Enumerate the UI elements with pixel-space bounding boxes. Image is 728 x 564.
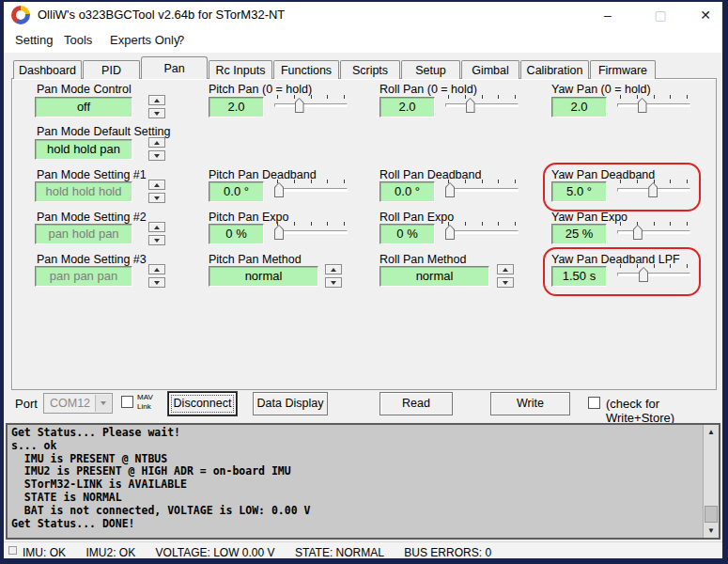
spin-down-icon[interactable] bbox=[148, 150, 165, 161]
minimize-button[interactable]: – bbox=[586, 2, 629, 28]
pan-mode-default-label: Pan Mode Default Setting bbox=[37, 125, 170, 138]
roll-pan-method-spinner[interactable] bbox=[497, 264, 514, 290]
yaw-pan-deadband-slider[interactable] bbox=[617, 180, 690, 200]
status-checkbox[interactable] bbox=[8, 546, 17, 555]
spin-up-icon[interactable] bbox=[497, 264, 514, 274]
pan-mode-default-spinner[interactable] bbox=[148, 137, 165, 164]
roll-pan-deadband-slider[interactable] bbox=[445, 180, 519, 200]
pan-mode-default-combo[interactable]: hold hold pan bbox=[35, 139, 132, 160]
pan-mode-control-combo[interactable]: off bbox=[35, 97, 132, 118]
spin-up-icon[interactable] bbox=[148, 222, 165, 232]
pitch-pan-method-combo[interactable]: normal bbox=[209, 266, 318, 287]
tab-calibration[interactable]: Calibration bbox=[520, 60, 589, 79]
spin-up-icon[interactable] bbox=[148, 264, 165, 274]
tab-dashboard[interactable]: Dashboard bbox=[13, 60, 82, 79]
close-button[interactable]: ✕ bbox=[684, 2, 727, 28]
pan-mode-setting1-spinner[interactable] bbox=[148, 180, 165, 206]
spin-down-icon[interactable] bbox=[148, 277, 165, 288]
tab-firmware[interactable]: Firmware bbox=[590, 60, 656, 79]
yaw-pan-expo-label: Yaw Pan Expo bbox=[551, 211, 627, 224]
roll-pan-expo-slider[interactable] bbox=[445, 222, 519, 243]
roll-pan-expo-field[interactable]: 0 % bbox=[379, 224, 435, 244]
window-title: OlliW's o323BGCTool v2.64b for STorM32-N… bbox=[38, 8, 285, 22]
slider-thumb[interactable] bbox=[445, 182, 455, 197]
tab-pan[interactable]: Pan bbox=[141, 56, 208, 79]
slider-thumb[interactable] bbox=[274, 225, 284, 240]
scrollbar-thumb[interactable] bbox=[705, 506, 718, 523]
roll-pan-deadband-field[interactable]: 0.0 ° bbox=[379, 181, 435, 202]
yaw-pan-slider[interactable] bbox=[617, 95, 690, 116]
pitch-pan-expo-slider[interactable] bbox=[274, 222, 348, 243]
scroll-up-icon[interactable]: ▲ bbox=[704, 425, 719, 439]
pan-mode-control-spinner[interactable] bbox=[148, 95, 165, 121]
pan-mode-setting3-label: Pan Mode Setting #3 bbox=[37, 253, 147, 266]
tab-pid[interactable]: PID bbox=[83, 60, 140, 79]
pitch-pan-expo-field[interactable]: 0 % bbox=[209, 224, 264, 244]
maximize-button[interactable]: ▢ bbox=[639, 2, 682, 28]
pan-mode-setting3-spinner[interactable] bbox=[148, 264, 165, 290]
slider-thumb[interactable] bbox=[295, 98, 304, 113]
tab-gimbal[interactable]: Gimbal bbox=[461, 60, 519, 79]
menu-experts-only[interactable]: Experts Only bbox=[110, 33, 179, 47]
spin-up-icon[interactable] bbox=[148, 180, 165, 190]
pan-mode-setting2-spinner[interactable] bbox=[148, 222, 165, 248]
mav-link-checkbox[interactable] bbox=[121, 396, 133, 408]
mav-link-label-line1: MAV bbox=[137, 393, 153, 401]
status-voltage: VOLTAGE: LOW 0.00 V bbox=[156, 546, 275, 559]
yaw-pan-expo-field[interactable]: 25 % bbox=[551, 224, 607, 244]
tab-setup[interactable]: Setup bbox=[401, 60, 460, 79]
pitch-pan-method-spinner[interactable] bbox=[325, 264, 342, 290]
pitch-pan-field[interactable]: 2.0 bbox=[209, 97, 264, 118]
yaw-pan-lpf-slider[interactable] bbox=[617, 264, 690, 285]
pitch-pan-slider[interactable] bbox=[274, 95, 348, 116]
port-label: Port bbox=[15, 397, 38, 411]
pan-mode-setting2-combo[interactable]: pan hold pan bbox=[35, 224, 132, 244]
yaw-pan-lpf-field[interactable]: 1.50 s bbox=[551, 266, 607, 287]
menu-setting[interactable]: Setting bbox=[15, 33, 53, 47]
spin-down-icon[interactable] bbox=[148, 235, 165, 245]
spin-up-icon[interactable] bbox=[325, 264, 342, 274]
pan-mode-setting3-combo[interactable]: pan pan pan bbox=[35, 266, 132, 287]
port-combo[interactable]: COM12 bbox=[43, 393, 113, 414]
data-display-button[interactable]: Data Display bbox=[253, 392, 328, 415]
slider-thumb[interactable] bbox=[633, 225, 643, 240]
pitch-pan-deadband-slider[interactable] bbox=[274, 180, 348, 200]
yaw-pan-field[interactable]: 2.0 bbox=[551, 97, 607, 118]
read-button[interactable]: Read bbox=[379, 392, 453, 415]
spin-up-icon[interactable] bbox=[148, 137, 165, 148]
spin-up-icon[interactable] bbox=[148, 95, 165, 105]
slider-thumb[interactable] bbox=[639, 267, 648, 282]
slider-thumb[interactable] bbox=[445, 225, 455, 240]
roll-pan-field[interactable]: 2.0 bbox=[379, 97, 435, 118]
spin-down-icon[interactable] bbox=[148, 193, 165, 203]
menu-help[interactable]: ? bbox=[178, 33, 184, 47]
pitch-pan-label: Pitch Pan (0 = hold) bbox=[209, 83, 312, 96]
roll-pan-method-combo[interactable]: normal bbox=[379, 266, 489, 287]
tab-scripts[interactable]: Scripts bbox=[340, 60, 400, 79]
yaw-pan-deadband-field[interactable]: 5.0 ° bbox=[551, 181, 607, 202]
menu-tools[interactable]: Tools bbox=[64, 33, 92, 47]
port-value: COM12 bbox=[50, 397, 90, 410]
roll-pan-label: Roll Pan (0 = hold) bbox=[379, 83, 477, 96]
tab-rc-inputs[interactable]: Rc Inputs bbox=[209, 60, 272, 79]
write-store-checkbox[interactable] bbox=[588, 397, 600, 409]
slider-thumb[interactable] bbox=[274, 182, 284, 197]
dropdown-arrow-icon[interactable] bbox=[95, 395, 111, 412]
console-scrollbar[interactable]: ▲ ▼ bbox=[703, 425, 719, 538]
pan-mode-setting1-combo[interactable]: hold hold hold bbox=[35, 181, 132, 202]
roll-pan-slider[interactable] bbox=[445, 95, 519, 116]
spin-down-icon[interactable] bbox=[325, 277, 342, 288]
yaw-pan-expo-slider[interactable] bbox=[617, 222, 690, 243]
status-bar: IMU: OK IMU2: OK VOLTAGE: LOW 0.00 V STA… bbox=[4, 541, 722, 558]
slider-thumb[interactable] bbox=[466, 98, 475, 113]
spin-down-icon[interactable] bbox=[148, 108, 165, 118]
tab-strip: Dashboard PID Pan Rc Inputs Functions Sc… bbox=[13, 56, 657, 79]
spin-down-icon[interactable] bbox=[497, 277, 514, 288]
disconnect-button[interactable]: Disconnect bbox=[168, 392, 237, 415]
slider-thumb[interactable] bbox=[638, 98, 647, 113]
scroll-down-icon[interactable]: ▼ bbox=[704, 524, 719, 538]
pitch-pan-deadband-field[interactable]: 0.0 ° bbox=[209, 181, 264, 202]
slider-thumb[interactable] bbox=[648, 182, 658, 197]
write-button[interactable]: Write bbox=[490, 392, 570, 415]
tab-functions[interactable]: Functions bbox=[273, 60, 339, 79]
